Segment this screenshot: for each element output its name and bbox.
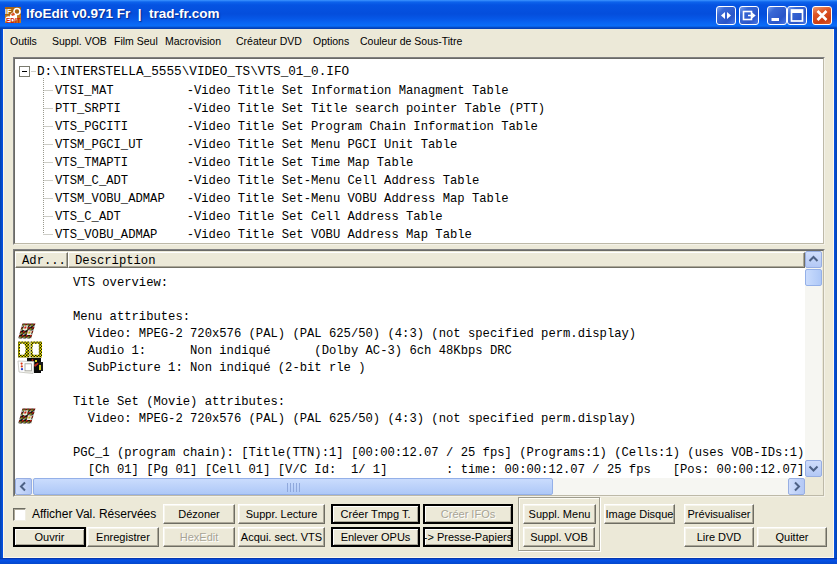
svg-text:EDIT: EDIT [6,17,21,24]
